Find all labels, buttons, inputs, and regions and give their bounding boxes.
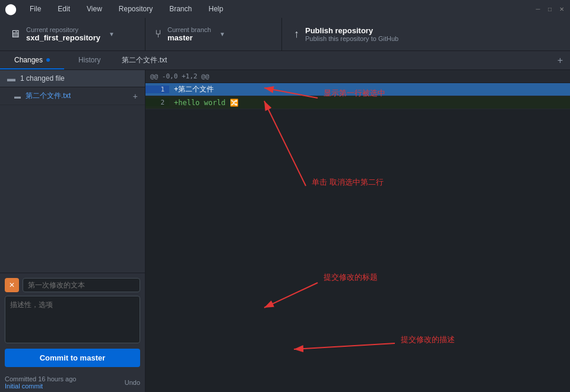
diff-area: @@ -0,0 +1,2 @@ 1 +第二个文件 2 +hello world … [145,70,570,392]
tab-bar: Changes History 第二个文件.txt + [0,51,570,70]
menu-view[interactable]: View [83,2,106,15]
publish-button[interactable]: ↑ Publish repository Publish this reposi… [282,18,410,50]
repo-label: Current repository [26,26,100,33]
branch-chevron-icon: ▼ [219,31,225,37]
commit-button[interactable]: Commit to master [5,349,140,367]
commit-title-input[interactable] [23,278,140,292]
undo-button[interactable]: Undo [125,379,140,386]
repo-value: sxd_first_repository [26,33,100,42]
branch-label: Current branch [167,26,211,33]
diff-line-content-2: +hello world 🔀 [169,99,239,107]
avatar-icon: ✕ [9,281,15,289]
minimize-button[interactable]: ─ [534,5,542,12]
file-type-icon: ▬ [14,93,21,100]
diff-header: @@ -0,0 +1,2 @@ [145,70,570,83]
diff-line-num-2: 2 [145,99,169,106]
menu-bar: ⬤ File Edit View Repository Branch Help … [0,0,570,18]
sidebar: ▬ 1 changed file ▬ 第二个文件.txt + ✕ Commit … [0,70,145,392]
repo-selector[interactable]: 🖥 Current repository sxd_first_repositor… [0,18,145,50]
branch-value: master [167,33,211,42]
file-name: 第二个文件.txt [26,91,128,101]
publish-icon: ↑ [294,28,299,40]
changes-dot [46,58,50,62]
commit-area: ✕ Commit to master [0,273,145,372]
sidebar-header: ▬ 1 changed file [0,70,145,87]
commit-description-input[interactable] [5,296,140,343]
branch-selector[interactable]: ⑂ Current branch master ▼ [145,18,282,50]
collapse-icon[interactable]: ▬ [7,74,15,83]
commit-title-row: ✕ [5,278,140,292]
menu-edit[interactable]: Edit [54,2,74,15]
commit-time: Committed 16 hours ago [5,375,76,382]
avatar: ✕ [5,278,19,292]
diff-row-2[interactable]: 2 +hello world 🔀 [145,96,570,109]
close-button[interactable]: ✕ [558,5,565,12]
changed-files-count: 1 changed file [20,74,65,83]
file-stage-button[interactable]: + [133,91,138,101]
tab-history[interactable]: History [64,51,115,69]
toolbar: 🖥 Current repository sxd_first_repositor… [0,18,570,51]
file-item[interactable]: ▬ 第二个文件.txt + [0,87,145,105]
repo-icon: 🖥 [10,28,20,40]
commit-footer: Committed 16 hours ago Initial commit Un… [0,372,145,392]
publish-subtitle: Publish this repository to GitHub [305,35,398,42]
main-content: ▬ 1 changed file ▬ 第二个文件.txt + ✕ Commit … [0,70,570,392]
diff-filename: 第二个文件.txt [115,51,550,69]
publish-title: Publish repository [305,26,398,35]
right-panel: @@ -0,0 +1,2 @@ 1 +第二个文件 2 +hello world … [145,70,570,392]
menu-branch[interactable]: Branch [166,2,195,15]
menu-help[interactable]: Help [205,2,227,15]
tab-changes[interactable]: Changes [0,51,64,69]
diff-row-1[interactable]: 1 +第二个文件 [145,83,570,96]
github-logo-icon: ⬤ [5,2,17,15]
file-list: ▬ 第二个文件.txt + [0,87,145,273]
window-controls: ─ □ ✕ [534,5,565,12]
add-tab-button[interactable]: + [550,51,570,69]
maximize-button[interactable]: □ [546,5,553,12]
branch-icon: ⑂ [155,28,162,40]
diff-line-content-1: +第二个文件 [169,84,214,94]
menu-file[interactable]: File [26,2,45,15]
initial-commit-link[interactable]: Initial commit [5,382,43,390]
menu-repository[interactable]: Repository [115,2,156,15]
diff-line-num-1: 1 [145,86,169,93]
repo-chevron-icon: ▼ [109,31,115,37]
